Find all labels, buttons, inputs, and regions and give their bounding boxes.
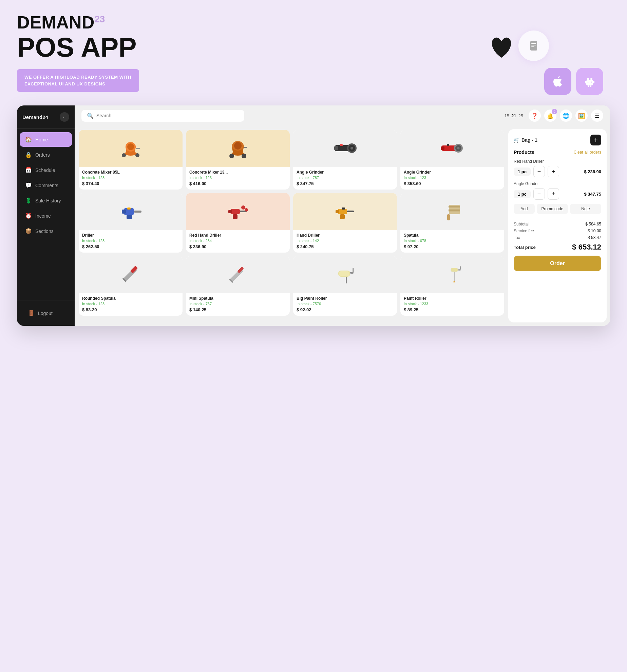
sidebar-item-income[interactable]: ⏰ Income — [20, 209, 72, 223]
svg-rect-10 — [590, 85, 591, 87]
help-button[interactable]: ❓ — [529, 110, 541, 122]
product-info: Rounded Spatula In stock - 123 $ 83.20 — [79, 293, 183, 316]
product-card[interactable]: Angle Grinder In stock - 123 $ 353.60 — [400, 130, 504, 190]
sections-icon: 📦 — [25, 228, 32, 234]
globe-button[interactable]: 🌐 — [560, 110, 572, 122]
product-image — [293, 130, 397, 167]
sidebar-item-schedule[interactable]: 📅 Schedule — [20, 163, 72, 177]
income-icon: ⏰ — [25, 213, 32, 219]
product-card[interactable]: Concrete Mixer 13... In stock - 123 $ 41… — [186, 130, 290, 190]
page-25[interactable]: 25 — [518, 113, 523, 118]
note-button[interactable]: Note — [570, 204, 601, 214]
promo-code-button[interactable]: Promo code — [537, 204, 568, 214]
product-stock: In stock - 123 — [189, 176, 286, 180]
product-stock: In stock - 678 — [404, 239, 501, 243]
svg-rect-52 — [342, 207, 345, 210]
products-grid-wrap: Concrete Mixer 85L In stock - 123 $ 374.… — [75, 126, 508, 326]
product-price: $ 83.20 — [82, 307, 179, 312]
svg-rect-56 — [449, 209, 460, 210]
svg-point-29 — [350, 147, 353, 150]
product-card[interactable]: Mini Spatula In stock - 767 $ 140.25 — [186, 256, 290, 316]
product-name: Driller — [82, 233, 179, 238]
product-info: Hand Driller In stock - 142 $ 240.75 — [293, 230, 397, 253]
product-stock: In stock - 767 — [189, 302, 286, 306]
item-price: $ 236.90 — [584, 169, 601, 174]
svg-point-23 — [229, 154, 234, 158]
decrease-qty-button[interactable]: − — [533, 188, 545, 200]
sidebar-item-comments[interactable]: 💬 Comments — [20, 178, 72, 193]
notification-button[interactable]: 🔔 0 — [544, 110, 556, 122]
quantity-badge: 1 pc — [514, 190, 531, 198]
tax-label: Tax — [514, 235, 520, 240]
order-item-2: Angle Grinder 1 pc − + $ 347.75 — [514, 181, 601, 200]
sidebar-back-button[interactable]: ← — [60, 112, 69, 122]
product-card[interactable]: Spatula In stock - 678 $ 97.20 — [400, 193, 504, 253]
product-price: $ 140.25 — [189, 307, 286, 312]
svg-rect-39 — [134, 211, 141, 213]
product-price: $ 374.40 — [82, 181, 179, 186]
svg-rect-22 — [244, 147, 247, 148]
tagline: WE OFFER A HIGHLOAD READY SYSTEM WITH EX… — [17, 69, 139, 92]
svg-point-12 — [591, 82, 592, 83]
product-price: $ 353.60 — [404, 181, 501, 186]
add-button[interactable]: Add — [514, 204, 535, 214]
svg-rect-32 — [441, 146, 444, 150]
bag-add-button[interactable]: + — [590, 135, 601, 145]
platform-buttons — [544, 68, 603, 95]
product-card[interactable]: Concrete Mixer 85L In stock - 123 $ 374.… — [79, 130, 183, 190]
image-button[interactable]: 🖼️ — [575, 110, 588, 122]
sidebar-item-sale-history[interactable]: 💲 Sale History — [20, 193, 72, 208]
sale-history-icon: 💲 — [25, 197, 32, 204]
sidebar-item-orders[interactable]: 🔒 Orders — [20, 147, 72, 162]
svg-rect-57 — [449, 210, 460, 211]
product-card[interactable]: Big Paint Roller In stock - 7576 $ 92.02 — [293, 256, 397, 316]
sidebar-item-home[interactable]: 🏠 Home — [20, 132, 72, 147]
bag-title: Bag - 1 — [521, 137, 537, 143]
tax-value: $ 58.47 — [588, 235, 601, 240]
product-name: Paint Roller — [404, 296, 501, 301]
svg-rect-9 — [588, 85, 589, 87]
sidebar-item-sections[interactable]: 📦 Sections — [20, 224, 72, 238]
svg-point-47 — [245, 208, 248, 212]
order-button[interactable]: Order — [514, 256, 601, 271]
page-15[interactable]: 15 — [505, 113, 509, 118]
menu-button[interactable]: ☰ — [591, 110, 603, 122]
product-card[interactable]: Red Hand Driller In stock - 234 $ 236.90 — [186, 193, 290, 253]
logout-icon: 🚪 — [28, 310, 35, 316]
product-card[interactable]: Hand Driller In stock - 142 $ 240.75 — [293, 193, 397, 253]
product-card[interactable]: Paint Roller In stock - 1233 $ 89.25 — [400, 256, 504, 316]
products-area: Concrete Mixer 85L In stock - 123 $ 374.… — [75, 126, 610, 326]
logout-section[interactable]: 🚪 Logout — [17, 300, 75, 326]
svg-point-35 — [457, 147, 460, 150]
bag-label: 🛒 Bag - 1 — [514, 137, 537, 143]
product-card[interactable]: Angle Grinder In stock - 787 $ 347.75 — [293, 130, 397, 190]
increase-qty-button[interactable]: + — [548, 166, 559, 177]
sidebar-item-label: Sections — [35, 229, 54, 234]
apple-button[interactable] — [544, 68, 571, 95]
svg-point-17 — [122, 153, 126, 157]
search-input[interactable] — [96, 113, 239, 118]
product-card[interactable]: Rounded Spatula In stock - 123 $ 83.20 — [79, 256, 183, 316]
logout-button[interactable]: 🚪 Logout — [22, 306, 69, 320]
svg-rect-4 — [586, 80, 593, 85]
clear-orders-button[interactable]: Clear all orders — [574, 150, 601, 155]
product-card[interactable]: Driller In stock - 123 $ 262.50 — [79, 193, 183, 253]
product-price: $ 262.50 — [82, 244, 179, 249]
android-button[interactable] — [576, 68, 603, 95]
pagination: 15 21 25 — [505, 113, 523, 118]
search-bar[interactable]: 🔍 — [81, 110, 244, 122]
app-window: Demand24 ← 🏠 Home 🔒 Orders 📅 Schedule 💬 … — [17, 105, 610, 326]
products-label: Products — [514, 150, 534, 155]
page-21[interactable]: 21 — [511, 113, 516, 118]
product-image — [186, 193, 290, 230]
increase-qty-button[interactable]: + — [548, 188, 559, 200]
order-item-name: Red Hand Driller — [514, 159, 601, 164]
svg-point-46 — [241, 205, 245, 210]
product-image — [400, 256, 504, 293]
decrease-qty-button[interactable]: − — [533, 166, 545, 177]
product-info: Angle Grinder In stock - 123 $ 353.60 — [400, 167, 504, 190]
svg-point-15 — [127, 143, 134, 150]
svg-rect-0 — [530, 41, 537, 51]
schedule-icon: 📅 — [25, 167, 32, 173]
product-price: $ 92.02 — [297, 307, 394, 312]
